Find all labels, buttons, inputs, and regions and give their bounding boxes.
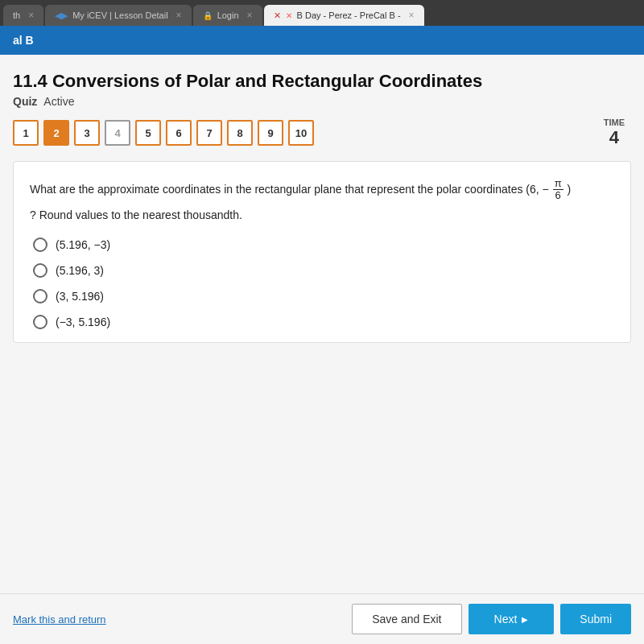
question-text: What are the approximate coordinates in …	[30, 178, 614, 202]
option-3[interactable]: (3, 5.196)	[33, 289, 614, 303]
tab-bday-close[interactable]: ×	[409, 10, 415, 21]
tab-login-close[interactable]: ×	[247, 10, 253, 21]
tab-login-label: Login	[217, 10, 239, 20]
page-title: 11.4 Conversions of Polar and Rectangula…	[13, 71, 631, 92]
question-card: What are the approximate coordinates in …	[13, 161, 631, 343]
radio-2[interactable]	[33, 263, 47, 278]
option-1-label: (5.196, −3)	[56, 238, 110, 251]
question-nav: 1 2 3 4 5 6 7 8 9 10	[13, 120, 314, 146]
option-4[interactable]: (−3, 5.196)	[33, 315, 614, 329]
q-btn-3[interactable]: 3	[74, 120, 100, 146]
fraction: π 6	[553, 178, 564, 202]
option-1[interactable]: (5.196, −3)	[33, 237, 614, 252]
question-sub: ? Round values to the nearest thousandth…	[30, 208, 614, 221]
icev-icon: ◀▶	[55, 10, 68, 21]
answer-options: (5.196, −3) (5.196, 3) (3, 5.196) (−3, 5…	[33, 237, 614, 329]
option-2[interactable]: (5.196, 3)	[33, 263, 614, 278]
tab-icev-close[interactable]: ×	[176, 10, 182, 21]
nav-bar: al B	[0, 26, 644, 55]
tab-bday-label: B Day - Perez - PreCal B -	[297, 10, 401, 20]
nav-bar-text: al B	[13, 34, 34, 47]
tab-1[interactable]: th ×	[3, 5, 43, 26]
login-icon: 🔒	[203, 11, 213, 20]
nav-timer-row: 1 2 3 4 5 6 7 8 9 10 TIME 4	[13, 118, 631, 148]
option-4-label: (−3, 5.196)	[56, 316, 110, 328]
next-button[interactable]: Next	[469, 604, 555, 634]
save-exit-button[interactable]: Save and Exit	[352, 604, 461, 634]
q-btn-2[interactable]: 2	[43, 120, 69, 146]
q-btn-1[interactable]: 1	[13, 120, 39, 146]
tab-bday[interactable]: ✕ ✕ B Day - Perez - PreCal B - ×	[264, 5, 424, 26]
tab-1-close[interactable]: ×	[28, 10, 34, 21]
tab-icev[interactable]: ◀▶ My iCEV | Lesson Detail ×	[45, 5, 191, 26]
q-btn-6[interactable]: 6	[166, 120, 192, 146]
main-container: 11.4 Conversions of Polar and Rectangula…	[0, 55, 644, 644]
timer-area: TIME 4	[604, 118, 625, 148]
submit-button[interactable]: Submi	[560, 604, 631, 634]
fraction-numerator: π	[553, 178, 564, 190]
bday-x-icon: ✕	[286, 11, 292, 20]
q-btn-9[interactable]: 9	[258, 120, 283, 146]
radio-4[interactable]	[33, 315, 47, 329]
bottom-buttons: Save and Exit Next Submi	[352, 604, 631, 634]
quiz-label: Quiz	[13, 95, 37, 108]
q-btn-4[interactable]: 4	[105, 120, 130, 146]
radio-1[interactable]	[33, 237, 47, 252]
radio-3[interactable]	[33, 289, 47, 303]
active-label: Active	[43, 95, 74, 108]
q-btn-10[interactable]: 10	[288, 120, 314, 146]
q-btn-5[interactable]: 5	[135, 120, 161, 146]
mark-return-link[interactable]: Mark this and return	[13, 613, 106, 625]
timer-value: 4	[609, 127, 619, 148]
fraction-denominator: 6	[554, 190, 563, 201]
option-2-label: (5.196, 3)	[56, 264, 104, 277]
tab-1-label: th	[13, 10, 20, 20]
tab-login[interactable]: 🔒 Login ×	[193, 5, 262, 26]
q-btn-8[interactable]: 8	[227, 120, 253, 146]
quiz-status: Quiz Active	[13, 95, 631, 108]
tab-icev-label: My iCEV | Lesson Detail	[72, 10, 167, 20]
browser-tabs: th × ◀▶ My iCEV | Lesson Detail × 🔒 Logi…	[0, 0, 644, 26]
bottom-bar: Mark this and return Save and Exit Next …	[0, 593, 644, 644]
timer-label: TIME	[604, 118, 625, 127]
bday-close-icon[interactable]: ✕	[274, 10, 281, 21]
option-3-label: (3, 5.196)	[56, 290, 104, 303]
q-btn-7[interactable]: 7	[196, 120, 222, 146]
